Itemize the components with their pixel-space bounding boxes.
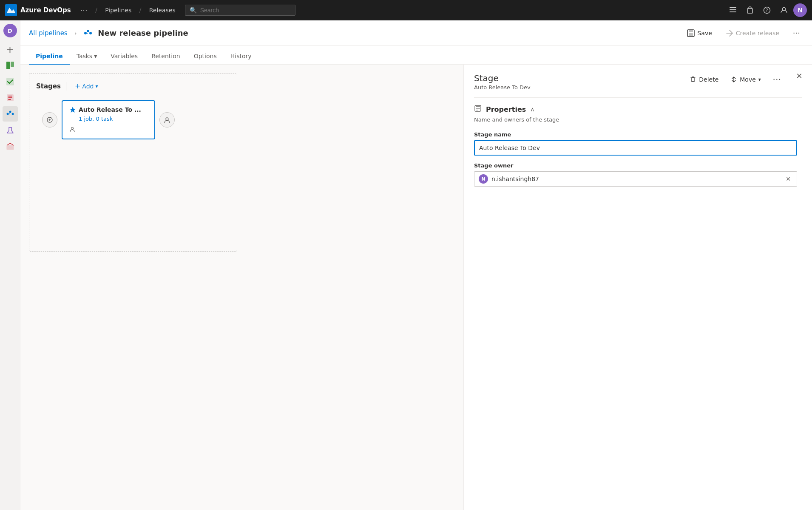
nav-sep-1: / <box>95 6 97 14</box>
breadcrumb-chevron-icon: › <box>74 30 77 37</box>
sidebar-item-test[interactable] <box>3 122 18 138</box>
app-logo[interactable]: Azure DevOps <box>5 4 71 16</box>
delete-stage-button[interactable]: Delete <box>684 74 724 85</box>
owner-clear-button[interactable]: ✕ <box>784 174 792 184</box>
properties-title: Properties <box>486 105 526 113</box>
plus-icon: + <box>6 44 14 55</box>
svg-rect-28 <box>476 108 480 109</box>
stage-name-input[interactable] <box>474 140 797 156</box>
stages-divider <box>66 82 66 91</box>
main-area: All pipelines › New release pipeline Sav… <box>20 20 812 510</box>
nav-pipelines-link[interactable]: Pipelines <box>102 5 134 15</box>
svg-rect-9 <box>11 62 14 67</box>
tab-pipeline[interactable]: Pipeline <box>29 48 70 65</box>
properties-collapse-icon: ∧ <box>530 106 534 113</box>
svg-rect-4 <box>747 8 752 13</box>
tab-tasks[interactable]: Tasks ▾ <box>70 48 104 65</box>
svg-point-25 <box>71 128 74 130</box>
svg-rect-16 <box>7 145 14 150</box>
search-icon: 🔍 <box>190 7 197 14</box>
panel-more-button[interactable]: ··· <box>768 72 786 86</box>
sidebar: D + <box>0 20 20 510</box>
move-label: Move <box>740 76 756 83</box>
tabs-bar: Pipeline Tasks ▾ Variables Retention Opt… <box>20 46 812 65</box>
search-box[interactable]: 🔍 <box>185 5 295 16</box>
svg-rect-3 <box>730 11 736 12</box>
stage-card: Auto Release To ... 1 job, 0 task <box>62 100 155 139</box>
properties-header[interactable]: Properties ∧ <box>474 105 802 114</box>
stage-owner-group: Stage owner N n.ishantsingh87 ✕ <box>474 162 802 187</box>
tab-options[interactable]: Options <box>187 48 224 65</box>
page-title: New release pipeline <box>98 28 188 37</box>
panel-header-divider <box>474 97 802 98</box>
panel-actions: Delete Move ▾ ··· <box>684 72 786 86</box>
add-stage-button[interactable]: + Add ▾ <box>71 80 102 92</box>
nav-more-button[interactable]: ··· <box>78 4 90 17</box>
delete-label: Delete <box>699 76 718 83</box>
svg-rect-8 <box>6 62 10 69</box>
svg-rect-15 <box>9 127 11 128</box>
right-panel: ✕ Delete Move ▾ ··· <box>463 65 812 510</box>
svg-point-24 <box>166 118 168 120</box>
stage-pre-conditions-icon[interactable] <box>42 112 57 128</box>
search-input[interactable] <box>200 7 291 14</box>
app-name: Azure DevOps <box>20 6 71 14</box>
stage-owner-field[interactable]: N n.ishantsingh87 ✕ <box>474 171 797 187</box>
header-actions: Save Create release ··· <box>684 27 803 39</box>
close-icon: ✕ <box>796 71 802 80</box>
svg-text:?: ? <box>766 8 768 13</box>
sidebar-project-avatar[interactable]: D <box>3 24 17 37</box>
sidebar-item-artifacts[interactable] <box>3 139 18 154</box>
panel-close-button[interactable]: ✕ <box>793 70 805 82</box>
sidebar-item-check[interactable] <box>3 74 18 89</box>
add-stage-plus-icon: + <box>75 82 80 90</box>
tab-variables[interactable]: Variables <box>104 48 145 65</box>
nav-person-settings-button[interactable] <box>776 3 792 18</box>
tab-retention[interactable]: Retention <box>145 48 187 65</box>
create-release-label: Create release <box>736 30 779 37</box>
sidebar-item-boards[interactable] <box>3 58 18 73</box>
save-label: Save <box>697 30 712 37</box>
properties-section: Properties ∧ Name and owners of the stag… <box>464 105 812 193</box>
header-more-button[interactable]: ··· <box>789 27 803 39</box>
stage-person-area <box>69 126 148 133</box>
nav-sep-2: / <box>139 6 141 14</box>
svg-point-17 <box>84 32 87 34</box>
nav-help-button[interactable]: ? <box>759 3 775 18</box>
owner-avatar: N <box>479 174 488 184</box>
svg-rect-27 <box>476 106 480 107</box>
sidebar-item-pipelines[interactable] <box>3 106 18 122</box>
owner-name: n.ishantsingh87 <box>491 176 781 182</box>
tab-history[interactable]: History <box>224 48 258 65</box>
sidebar-item-release[interactable] <box>3 90 18 105</box>
save-button[interactable]: Save <box>684 28 715 39</box>
create-release-button[interactable]: Create release <box>722 28 783 39</box>
pipeline-canvas: Stages + Add ▾ <box>20 65 812 510</box>
pipeline-type-icon <box>83 28 93 38</box>
user-avatar[interactable]: N <box>793 3 807 17</box>
svg-rect-22 <box>689 33 693 36</box>
stage-name: Auto Release To ... <box>69 106 148 113</box>
sidebar-add-button[interactable]: + <box>3 42 18 57</box>
nav-lists-button[interactable] <box>725 3 741 18</box>
properties-desc: Name and owners of the stage <box>474 116 802 123</box>
add-stage-label: Add <box>82 83 94 90</box>
svg-rect-2 <box>730 9 736 10</box>
nav-bag-button[interactable] <box>742 3 758 18</box>
svg-rect-29 <box>476 110 478 110</box>
nav-releases-link[interactable]: Releases <box>147 5 178 15</box>
move-stage-button[interactable]: Move ▾ <box>725 74 766 85</box>
top-navigation: Azure DevOps ··· / Pipelines / Releases … <box>0 0 812 20</box>
stages-area: Stages + Add ▾ <box>29 73 237 252</box>
stage-post-conditions-icon[interactable] <box>159 112 175 128</box>
stage-card-inner[interactable]: Auto Release To ... 1 job, 0 task <box>62 100 155 139</box>
page-header: All pipelines › New release pipeline Sav… <box>20 20 812 46</box>
nav-right-actions: ? N <box>725 3 807 18</box>
stage-name-group: Stage name <box>474 131 802 156</box>
panel-more-icon: ··· <box>773 75 781 84</box>
svg-point-14 <box>11 113 14 115</box>
stages-label: Stages <box>36 82 61 90</box>
stage-name-label: Stage name <box>474 131 802 138</box>
svg-point-19 <box>89 32 92 34</box>
breadcrumb-all-pipelines[interactable]: All pipelines <box>29 29 68 37</box>
